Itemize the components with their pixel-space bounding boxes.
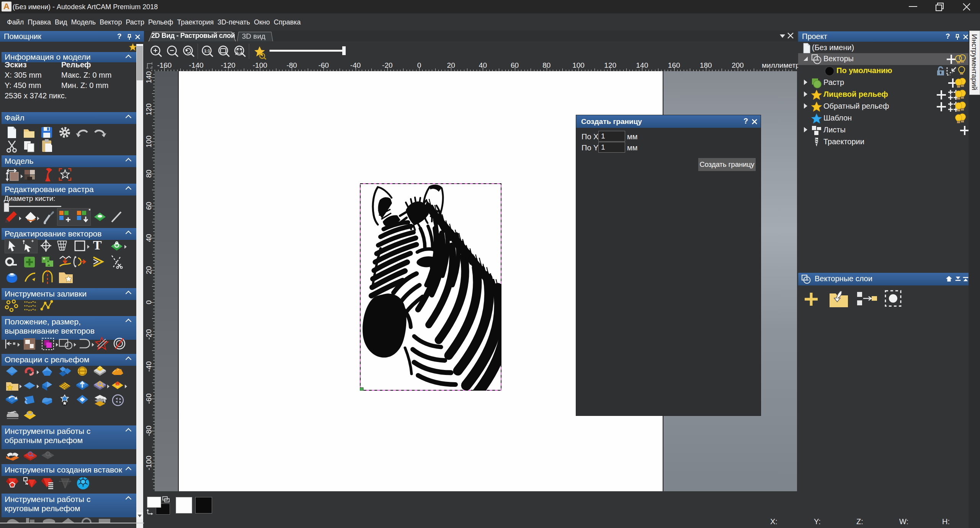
svg-text:1:1: 1:1 xyxy=(204,49,210,53)
